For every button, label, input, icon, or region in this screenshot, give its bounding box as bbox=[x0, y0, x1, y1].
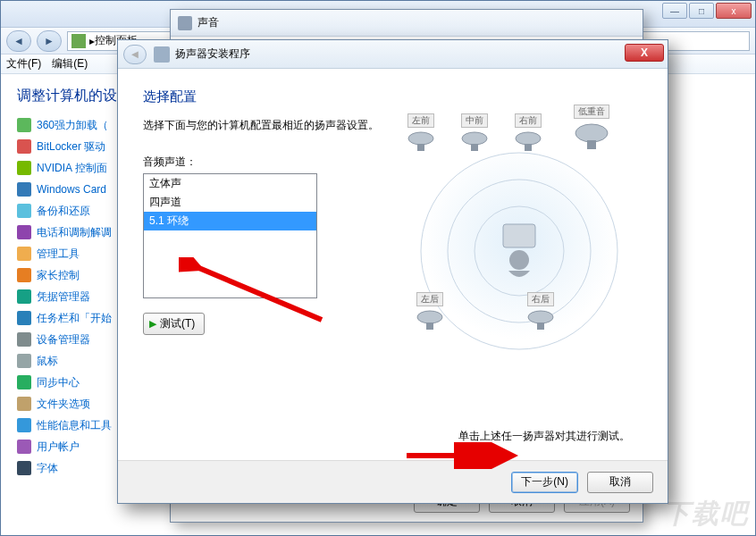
speaker-right-rear[interactable]: 右后 bbox=[525, 292, 557, 331]
wizard-titlebar: ◄ 扬声器安装程序 X bbox=[118, 40, 668, 69]
cp-item-icon bbox=[17, 247, 31, 261]
svg-rect-11 bbox=[525, 144, 532, 151]
test-hint: 单击上述任一扬声器对其进行测试。 bbox=[458, 429, 630, 444]
speaker-right-front[interactable]: 右前 bbox=[512, 113, 544, 153]
cp-item-icon bbox=[17, 204, 31, 218]
nav-back-button[interactable]: ◄ bbox=[6, 30, 31, 52]
next-button[interactable]: 下一步(N) bbox=[511, 472, 578, 493]
svg-point-8 bbox=[462, 132, 487, 145]
maximize-button[interactable]: □ bbox=[689, 3, 714, 19]
cp-item-icon bbox=[17, 182, 31, 197]
cp-item-label: 任务栏和「开始 bbox=[37, 311, 112, 326]
svg-point-16 bbox=[528, 311, 553, 323]
wizard-title: 扬声器安装程序 bbox=[175, 46, 250, 62]
menu-file[interactable]: 文件(F) bbox=[6, 56, 41, 71]
cp-item-label: BitLocker 驱动 bbox=[37, 139, 105, 155]
cp-item-label: 文件夹选项 bbox=[37, 397, 90, 412]
cp-item-label: 性能信息和工具 bbox=[37, 418, 112, 433]
wizard-heading: 选择配置 bbox=[143, 88, 643, 105]
speaker-diagram: 左前 中前 右前 低重音 左后 右后 bbox=[394, 117, 644, 367]
cp-item-icon bbox=[17, 268, 31, 282]
cp-item-label: 字体 bbox=[37, 461, 58, 476]
cp-item-label: Windows Card bbox=[37, 183, 106, 196]
test-button-label: 测试(T) bbox=[160, 316, 195, 331]
cp-item-icon bbox=[17, 418, 31, 432]
wizard-footer: 下一步(N) 取消 bbox=[118, 460, 668, 503]
speaker-left-rear[interactable]: 左后 bbox=[414, 292, 446, 331]
svg-point-6 bbox=[408, 132, 433, 145]
cp-item-icon bbox=[17, 289, 31, 304]
wizard-cancel-button[interactable]: 取消 bbox=[587, 472, 653, 493]
cp-item-icon bbox=[17, 311, 31, 325]
cp-item-icon bbox=[17, 440, 31, 454]
speaker-wizard-dialog: ◄ 扬声器安装程序 X 选择配置 选择下面与您的计算机配置最相近的扬声器设置。 … bbox=[117, 39, 668, 504]
cp-item-icon bbox=[17, 397, 31, 411]
svg-rect-13 bbox=[587, 140, 596, 149]
speaker-icon bbox=[154, 46, 170, 63]
cp-item-icon bbox=[17, 161, 31, 175]
cp-item-label: 360强力卸载（ bbox=[37, 118, 108, 133]
svg-point-10 bbox=[516, 132, 541, 145]
wizard-back-button[interactable]: ◄ bbox=[123, 45, 147, 64]
cp-item-label: 用户帐户 bbox=[37, 440, 80, 455]
speaker-center-front[interactable]: 中前 bbox=[458, 113, 491, 153]
channel-option[interactable]: 四声道 bbox=[144, 193, 316, 212]
minimize-button[interactable]: — bbox=[662, 3, 687, 19]
cp-item-label: 备份和还原 bbox=[37, 204, 90, 219]
speaker-left-front[interactable]: 左前 bbox=[405, 113, 437, 153]
nav-forward-button[interactable]: ► bbox=[37, 30, 62, 52]
cp-item-icon bbox=[17, 332, 31, 347]
cp-item-label: 凭据管理器 bbox=[37, 289, 90, 305]
channel-option[interactable]: 立体声 bbox=[144, 174, 316, 193]
svg-rect-4 bbox=[503, 224, 535, 247]
cp-item-label: 电话和调制解调 bbox=[37, 225, 112, 240]
play-icon: ▶ bbox=[149, 318, 156, 330]
watermark: 下载吧 bbox=[663, 496, 749, 532]
cp-item-icon bbox=[17, 375, 31, 389]
close-button[interactable]: x bbox=[716, 3, 752, 19]
svg-rect-17 bbox=[537, 322, 544, 330]
cp-item-icon bbox=[17, 461, 31, 475]
svg-point-5 bbox=[509, 250, 529, 270]
svg-point-14 bbox=[417, 311, 442, 323]
sound-titlebar: 声音 bbox=[171, 10, 643, 37]
sound-title-text: 声音 bbox=[197, 15, 219, 30]
menu-edit[interactable]: 编辑(E) bbox=[52, 56, 88, 71]
cp-item-label: 鼠标 bbox=[37, 354, 58, 369]
audio-channel-listbox[interactable]: 立体声四声道5.1 环绕 bbox=[143, 173, 317, 298]
cp-item-label: NVIDIA 控制面 bbox=[37, 161, 107, 176]
cp-item-icon bbox=[17, 354, 31, 368]
wizard-body: 选择配置 选择下面与您的计算机配置最相近的扬声器设置。 音频声道： 立体声四声道… bbox=[118, 69, 668, 460]
address-icon bbox=[71, 34, 86, 48]
cp-item-label: 设备管理器 bbox=[37, 332, 90, 348]
channel-option[interactable]: 5.1 环绕 bbox=[144, 212, 316, 230]
svg-rect-7 bbox=[417, 144, 424, 151]
wizard-close-button[interactable]: X bbox=[625, 44, 664, 62]
test-button[interactable]: ▶ 测试(T) bbox=[143, 313, 205, 335]
cp-item-icon bbox=[17, 118, 31, 132]
cp-item-label: 同步中心 bbox=[37, 375, 80, 390]
cp-item-label: 管理工具 bbox=[37, 247, 80, 262]
cp-item-icon bbox=[17, 139, 31, 154]
svg-rect-9 bbox=[471, 144, 478, 151]
cp-item-label: 家长控制 bbox=[37, 268, 80, 283]
speaker-subwoofer[interactable]: 低重音 bbox=[573, 105, 610, 151]
cp-item-icon bbox=[17, 225, 31, 239]
svg-point-12 bbox=[575, 124, 608, 142]
svg-rect-15 bbox=[426, 322, 433, 330]
sound-icon bbox=[178, 16, 192, 30]
